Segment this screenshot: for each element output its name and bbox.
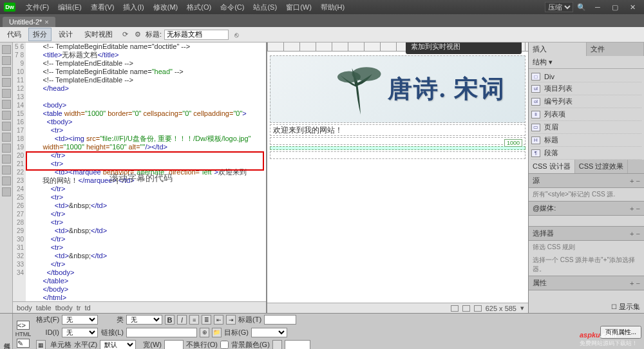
- title-input[interactable]: [264, 315, 296, 325]
- code-text[interactable]: <!-- TemplateBeginEditable name="doctitl…: [26, 42, 266, 301]
- device-icon[interactable]: [474, 305, 482, 312]
- crumb[interactable]: table: [36, 304, 52, 312]
- banner-image[interactable]: 唐诗. 宋词: [270, 55, 526, 123]
- class-select[interactable]: 无: [126, 315, 162, 325]
- doc-tab[interactable]: Untitled-2*×: [3, 17, 55, 27]
- tag-breadcrumb: body table tbody tr td: [13, 301, 266, 313]
- menu-modify[interactable]: 修改(M): [149, 1, 182, 14]
- css-section-body: 筛选 CSS 规则: [529, 241, 644, 254]
- menu-view[interactable]: 查看(V): [87, 1, 118, 14]
- menu-format[interactable]: 格式(O): [183, 1, 215, 14]
- device-icon[interactable]: [451, 305, 459, 312]
- selected-cell[interactable]: 1000: [270, 146, 526, 150]
- insert-item[interactable]: ol编号列表: [531, 95, 641, 108]
- italic-button[interactable]: I: [177, 315, 187, 325]
- close-tab-icon[interactable]: ×: [44, 18, 48, 26]
- id-select[interactable]: 无: [62, 328, 98, 337]
- outdent-button[interactable]: ⇤: [214, 315, 223, 325]
- tool-icon[interactable]: [2, 133, 11, 142]
- files-tab[interactable]: 文件: [587, 42, 645, 56]
- ul-button[interactable]: ≡: [189, 315, 199, 325]
- css-mode-button[interactable]: ✎: [17, 339, 30, 348]
- options-icon[interactable]: ⚙: [133, 30, 143, 40]
- inspect-icon[interactable]: ⟳: [120, 30, 130, 40]
- tool-icon[interactable]: [2, 67, 11, 76]
- css-section-head[interactable]: @媒体:+ −: [529, 201, 644, 216]
- tool-icon[interactable]: [2, 165, 11, 174]
- marquee-cell[interactable]: 欢迎来到我的网站！: [270, 124, 526, 136]
- document-tabs: Untitled-2*×: [0, 14, 644, 27]
- device-icon[interactable]: [462, 305, 470, 312]
- indent-button[interactable]: ⇥: [226, 315, 236, 325]
- tool-icon[interactable]: [2, 45, 11, 54]
- insert-item[interactable]: H标题: [531, 134, 641, 147]
- bgcolor-swatch[interactable]: [272, 340, 282, 349]
- crumb[interactable]: tbody: [55, 304, 73, 312]
- bgcolor-input[interactable]: [285, 340, 310, 349]
- menu-commands[interactable]: 命令(C): [216, 1, 248, 14]
- toolbar-icon[interactable]: ⎋: [231, 30, 242, 40]
- nowrap-check[interactable]: [220, 341, 229, 349]
- crumb[interactable]: body: [17, 304, 32, 312]
- tool-icon[interactable]: [2, 111, 11, 120]
- menu-help[interactable]: 帮助(H): [317, 1, 348, 14]
- insert-item[interactable]: ¶段落: [531, 147, 641, 160]
- minimize-button[interactable]: ─: [590, 3, 605, 11]
- width-input[interactable]: [164, 340, 184, 349]
- empty-cell[interactable]: [270, 137, 526, 145]
- insert-item[interactable]: ▭页眉: [531, 121, 641, 134]
- css-section-head[interactable]: 属性+ −: [529, 276, 644, 290]
- menu-site[interactable]: 站点(S): [249, 1, 281, 14]
- properties-tab[interactable]: 属性: [0, 314, 13, 349]
- live-view-button[interactable]: 实时视图: [80, 28, 117, 41]
- link-folder-icon[interactable]: 📁: [212, 328, 222, 337]
- tool-icon[interactable]: [2, 155, 11, 164]
- tool-icon[interactable]: [2, 144, 11, 153]
- workspace-select[interactable]: 压缩: [545, 2, 573, 12]
- menu-insert[interactable]: 插入(I): [119, 1, 147, 14]
- insert-item[interactable]: li列表项: [531, 108, 641, 121]
- banner-title: 唐诗. 宋词: [388, 73, 506, 106]
- page-properties-button[interactable]: 页面属性...: [600, 326, 641, 339]
- format-select[interactable]: 无: [62, 315, 98, 325]
- window-controls: ─ ▢ ✕: [590, 3, 640, 12]
- doc-title-input[interactable]: [164, 30, 229, 40]
- split-view-button[interactable]: 拆分: [28, 28, 52, 41]
- insert-item[interactable]: ul项目列表: [531, 82, 641, 95]
- insert-item[interactable]: □Div: [531, 71, 641, 82]
- crumb[interactable]: tr: [77, 304, 81, 312]
- html-mode-button[interactable]: <>: [17, 321, 30, 330]
- css-transitions-tab[interactable]: CSS 过渡效果: [575, 160, 629, 173]
- maximize-button[interactable]: ▢: [607, 3, 623, 12]
- insert-category[interactable]: 结构 ▾: [529, 56, 644, 69]
- show-set[interactable]: ☐ 显示集: [529, 301, 644, 313]
- insert-panel-tabs: 插入 文件: [529, 42, 644, 56]
- search-icon[interactable]: 🔍: [577, 3, 586, 12]
- design-view-button[interactable]: 设计: [54, 28, 77, 41]
- link-input[interactable]: [126, 328, 197, 337]
- target-select[interactable]: [251, 328, 287, 337]
- empty-cell[interactable]: [270, 151, 526, 159]
- crumb[interactable]: td: [84, 304, 90, 312]
- menu-file[interactable]: 文件(F): [22, 1, 53, 14]
- menu-window[interactable]: 窗口(W): [282, 1, 316, 14]
- tool-icon[interactable]: [2, 89, 11, 98]
- tool-icon[interactable]: [2, 122, 11, 131]
- bold-button[interactable]: B: [165, 315, 175, 325]
- css-section-head[interactable]: 源+ −: [529, 173, 644, 188]
- tool-icon[interactable]: [2, 187, 11, 196]
- ol-button[interactable]: ≣: [202, 315, 211, 325]
- close-button[interactable]: ✕: [625, 3, 640, 12]
- tool-icon[interactable]: [2, 100, 11, 109]
- code-view-button[interactable]: 代码: [3, 28, 26, 41]
- prop-mode: <> HTML ✎ CSS: [13, 314, 33, 349]
- tool-icon[interactable]: [2, 56, 11, 65]
- css-section-head[interactable]: 选择器+ −: [529, 226, 644, 241]
- insert-tab[interactable]: 插入: [529, 42, 587, 56]
- tool-icon[interactable]: [2, 78, 11, 87]
- tool-icon[interactable]: [2, 176, 11, 185]
- link-browse-icon[interactable]: ⊕: [200, 328, 209, 337]
- menu-edit[interactable]: 编辑(E): [54, 1, 86, 14]
- horz-select[interactable]: 默认: [100, 340, 136, 349]
- css-designer-tab[interactable]: CSS 设计器: [529, 160, 575, 173]
